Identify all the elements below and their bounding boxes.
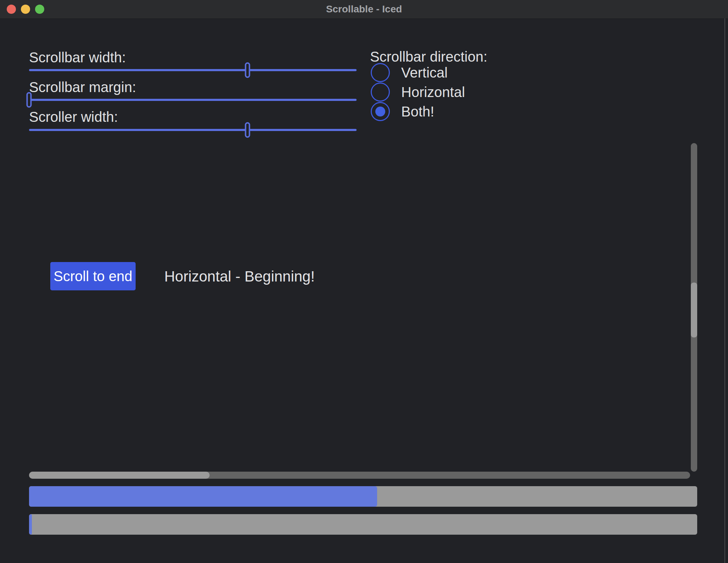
scrollbar-width-label: Scrollbar width: <box>29 50 126 66</box>
radio-both-circle-icon[interactable] <box>371 102 390 121</box>
horizontal-scrollbar-track[interactable] <box>29 472 690 479</box>
vertical-progress-fill <box>29 514 32 535</box>
radio-both[interactable]: Both! <box>371 102 434 121</box>
scroll-to-end-button[interactable]: Scroll to end <box>50 262 136 290</box>
scrollbar-width-slider-handle[interactable] <box>245 62 250 78</box>
window-right-border <box>724 18 725 563</box>
app-window: Scrollable - Iced Scrollbar width: Scrol… <box>0 0 728 563</box>
radio-horizontal-label: Horizontal <box>401 84 465 100</box>
radio-vertical-circle-icon[interactable] <box>371 63 390 82</box>
horizontal-progress-fill <box>29 486 377 507</box>
scroller-width-slider[interactable] <box>29 129 357 131</box>
scrollbar-margin-slider-handle[interactable] <box>27 92 32 108</box>
radio-both-label: Both! <box>401 104 434 120</box>
vertical-progress-bar <box>29 514 697 535</box>
scrollbar-direction-label: Scrollbar direction: <box>370 49 487 65</box>
scrollbar-margin-slider[interactable] <box>29 99 357 101</box>
window-title: Scrollable - Iced <box>0 0 728 18</box>
vertical-scrollbar-thumb[interactable] <box>691 283 697 337</box>
scroller-width-slider-handle[interactable] <box>245 122 250 138</box>
vertical-scrollbar-track[interactable] <box>691 143 697 472</box>
radio-horizontal[interactable]: Horizontal <box>371 83 465 102</box>
scroller-width-label: Scroller width: <box>29 109 118 125</box>
radio-vertical-label: Vertical <box>401 65 448 81</box>
radio-horizontal-circle-icon[interactable] <box>371 83 390 102</box>
scrollbar-width-slider[interactable] <box>29 69 357 71</box>
titlebar: Scrollable - Iced <box>0 0 728 19</box>
horizontal-scrollbar-thumb[interactable] <box>29 472 210 479</box>
horizontal-scroll-status: Horizontal - Beginning! <box>164 268 315 285</box>
horizontal-progress-bar <box>29 486 697 507</box>
radio-vertical[interactable]: Vertical <box>371 63 448 82</box>
scrollbar-margin-label: Scrollbar margin: <box>29 79 136 95</box>
